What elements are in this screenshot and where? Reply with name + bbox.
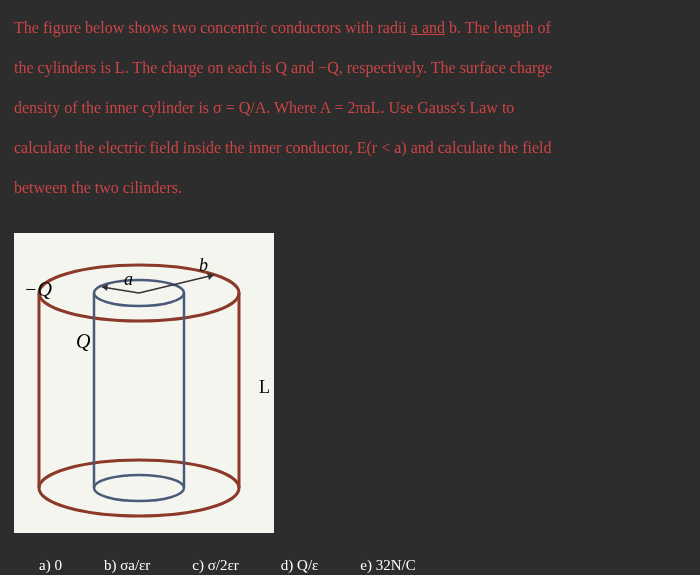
answer-options: a) 0 b) σa/εr c) σ/2εr d) Q/ε e) 32N/C [14,557,686,574]
answer-e: e) 32N/C [360,557,415,574]
svg-text:a: a [124,269,133,289]
answer-c: c) σ/2εr [192,557,238,574]
svg-text:L: L [259,377,270,397]
problem-line4: calculate the electric field inside the … [14,139,551,156]
svg-text:−Q: −Q [24,278,52,300]
problem-statement: The figure below shows two concentric co… [14,8,686,208]
figure-container: −Q Q a b L [14,233,274,533]
cylinder-svg: −Q Q a b L [14,233,274,533]
problem-line1-underlined: a and [411,19,445,36]
svg-text:b: b [199,255,208,275]
problem-line3: density of the inner cylinder is σ = Q/A… [14,99,514,116]
svg-point-5 [94,475,184,501]
svg-point-1 [39,460,239,516]
answer-b: b) σa/εr [104,557,150,574]
svg-text:Q: Q [76,330,91,352]
cylinder-figure: −Q Q a b L [14,233,274,533]
problem-line2: the cylinders is L. The charge on each i… [14,59,552,76]
svg-line-10 [139,275,214,293]
svg-line-8 [102,287,139,293]
problem-line5: between the two cilinders. [14,179,182,196]
problem-line1-post: b. The length of [445,19,551,36]
problem-line1-pre: The figure below shows two concentric co… [14,19,411,36]
answer-d: d) Q/ε [281,557,319,574]
answer-a: a) 0 [39,557,62,574]
